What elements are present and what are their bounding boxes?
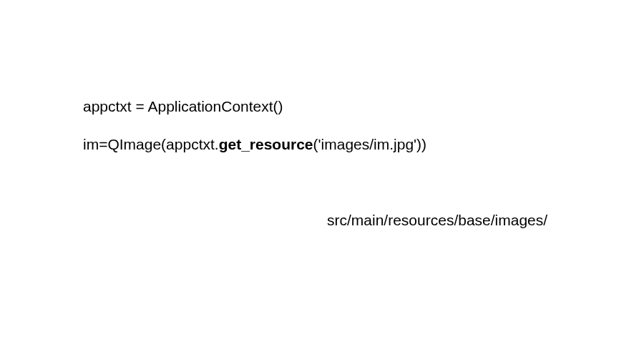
path-line: src/main/resources/base/images/: [327, 212, 547, 229]
code-text-prefix: im=QImage(appctxt.: [83, 136, 219, 152]
code-text: appctxt = ApplicationContext(): [83, 98, 283, 114]
path-text: src/main/resources/base/images/: [327, 212, 547, 228]
code-line-1: appctxt = ApplicationContext(): [83, 98, 283, 115]
code-text-bold: get_resource: [219, 136, 313, 152]
code-text-suffix: ('images/im.jpg')): [313, 136, 427, 152]
code-line-2: im=QImage(appctxt.get_resource('images/i…: [83, 136, 426, 153]
